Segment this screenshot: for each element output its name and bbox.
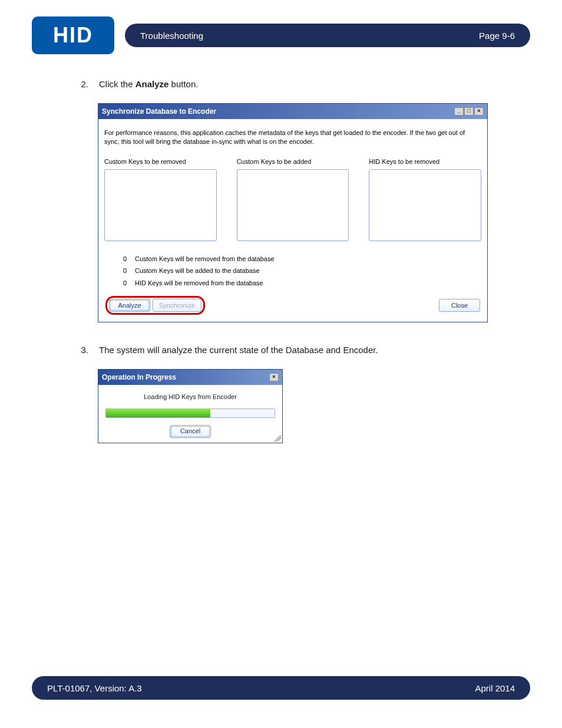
listbox-add-custom[interactable] [237, 169, 349, 241]
footer-right: April 2014 [475, 683, 515, 693]
close-icon[interactable]: × [269, 373, 279, 381]
footer-left: PLT-01067, Version: A.3 [47, 683, 142, 693]
window-controls: × [269, 373, 279, 381]
summary-row: 0 Custom Keys will be added to the datab… [121, 266, 481, 276]
col-label: Custom Keys to be added [237, 157, 349, 167]
close-button[interactable]: Close [439, 299, 480, 312]
dialog-titlebar[interactable]: Operation In Progress × [98, 370, 282, 385]
left-buttons: Analyze Synchronize [105, 296, 205, 315]
sync-dialog: Synchronize Database to Encoder _ □ × Fo… [98, 103, 488, 323]
page-header: HID Troubleshooting Page 9-6 [0, 0, 562, 54]
step-number: 3. [79, 344, 88, 357]
listbox-remove-hid[interactable] [369, 169, 481, 241]
logo-text: HID [53, 23, 93, 48]
dialog-description: For performance reasons, this applicatio… [104, 129, 481, 147]
step-2: 2. Click the Analyze button. [79, 78, 483, 91]
hid-logo: HID [32, 17, 114, 54]
step-text: The system will analyze the current stat… [99, 344, 378, 357]
summary-list: 0 Custom Keys will be removed from the d… [121, 254, 481, 288]
summary-row: 0 Custom Keys will be removed from the d… [121, 254, 481, 264]
dialog-body: Loading HID Keys from Encoder Cancel [98, 385, 282, 443]
col-add-custom: Custom Keys to be added [237, 157, 349, 241]
dialog-titlebar[interactable]: Synchronize Database to Encoder _ □ × [98, 104, 487, 119]
step-3: 3. The system will analyze the current s… [79, 344, 483, 357]
minimize-icon[interactable]: _ [454, 107, 464, 116]
listbox-remove-custom[interactable] [104, 169, 217, 241]
dialog-body: For performance reasons, this applicatio… [98, 119, 487, 322]
highlight-circle: Analyze Synchronize [105, 296, 205, 315]
col-label: HID Keys to be removed [369, 157, 481, 167]
header-title: Troubleshooting [140, 31, 203, 41]
maximize-icon[interactable]: □ [464, 107, 474, 116]
window-controls: _ □ × [454, 107, 484, 116]
analyze-button[interactable]: Analyze [109, 299, 150, 312]
header-bar: Troubleshooting Page 9-6 [125, 24, 530, 47]
cancel-button[interactable]: Cancel [170, 425, 211, 438]
col-label: Custom Keys to be removed [104, 157, 217, 167]
progress-dialog: Operation In Progress × Loading HID Keys… [98, 369, 283, 443]
header-page: Page 9-6 [479, 31, 515, 41]
dialog-button-row: Analyze Synchronize Close [104, 296, 481, 316]
progress-fill [106, 409, 210, 417]
col-remove-hid: HID Keys to be removed [369, 157, 481, 241]
dialog-title-text: Operation In Progress [102, 372, 176, 383]
page-content: 2. Click the Analyze button. Synchronize… [0, 54, 562, 443]
summary-row: 0 HID Keys will be removed from the data… [121, 278, 481, 288]
progress-status: Loading HID Keys from Encoder [105, 392, 275, 402]
footer-bar: PLT-01067, Version: A.3 April 2014 [32, 676, 530, 700]
step-text: Click the Analyze button. [99, 78, 198, 91]
col-remove-custom: Custom Keys to be removed [104, 157, 217, 241]
close-icon[interactable]: × [474, 107, 484, 116]
synchronize-button[interactable]: Synchronize [153, 299, 201, 312]
progress-bar [105, 409, 275, 418]
columns: Custom Keys to be removed Custom Keys to… [104, 157, 481, 241]
step-number: 2. [79, 78, 88, 91]
resize-grip-icon[interactable] [274, 434, 281, 442]
dialog-title-text: Synchronize Database to Encoder [102, 106, 216, 117]
